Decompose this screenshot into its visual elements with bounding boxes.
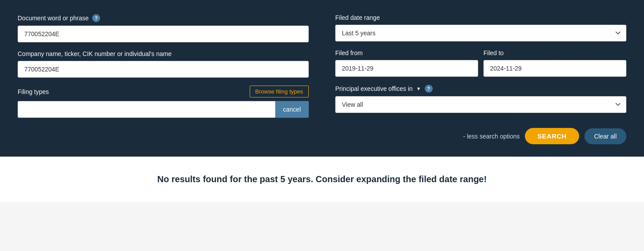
principal-label-text: Principal executive offices in <box>335 85 413 92</box>
date-fields-group: Filed from Filed to <box>335 49 626 77</box>
filed-from-group: Filed from <box>335 49 478 77</box>
filed-from-input[interactable] <box>335 60 478 77</box>
company-field-group: Company name, ticker, CIK number or indi… <box>18 50 309 78</box>
left-column: Document word or phrase ? Company name, … <box>18 14 309 144</box>
document-help-icon[interactable]: ? <box>92 14 100 22</box>
search-button-label: SEARCH <box>537 132 566 140</box>
clear-all-button[interactable]: Clear all <box>584 128 626 144</box>
less-options-label: - less search options <box>463 133 520 140</box>
form-grid: Document word or phrase ? Company name, … <box>18 14 626 144</box>
filing-types-label: Filing types <box>18 88 49 95</box>
filing-types-label-text: Filing types <box>18 88 49 95</box>
filing-types-field-group: Filing types Browse filing types cancel <box>18 86 309 118</box>
document-label-text: Document word or phrase <box>18 15 89 22</box>
cancel-label: cancel <box>283 106 301 113</box>
search-button[interactable]: SEARCH <box>525 128 579 144</box>
filing-types-input[interactable] <box>18 101 275 118</box>
filed-to-label-text: Filed to <box>483 49 504 56</box>
principal-label-row: Principal executive offices in ▼ ? <box>335 85 626 93</box>
filed-to-input[interactable] <box>483 60 626 77</box>
less-search-options-link[interactable]: - less search options <box>463 133 520 140</box>
document-input[interactable] <box>18 26 309 42</box>
date-fields-row: Filed from Filed to <box>335 49 626 77</box>
filed-to-group: Filed to <box>483 49 626 77</box>
no-results-message: No results found for the past 5 years. C… <box>157 174 487 184</box>
cancel-button[interactable]: cancel <box>275 101 309 118</box>
date-range-field-group: Filed date range Last 5 years Last year … <box>335 14 626 41</box>
principal-offices-group: Principal executive offices in ▼ ? View … <box>335 85 626 113</box>
company-label: Company name, ticker, CIK number or indi… <box>18 50 309 57</box>
company-label-text: Company name, ticker, CIK number or indi… <box>18 50 172 57</box>
browse-button-label: Browse filing types <box>255 88 303 95</box>
document-field-group: Document word or phrase ? <box>18 14 309 42</box>
document-label: Document word or phrase ? <box>18 14 309 22</box>
filing-types-header-row: Filing types Browse filing types <box>18 86 309 97</box>
principal-dropdown-arrow: ▼ <box>416 86 421 91</box>
filing-input-row: cancel <box>18 101 309 118</box>
search-panel: Document word or phrase ? Company name, … <box>0 0 644 157</box>
company-input[interactable] <box>18 61 309 78</box>
principal-offices-select[interactable]: View all <box>335 96 626 113</box>
results-area: No results found for the past 5 years. C… <box>0 157 644 202</box>
right-column: Filed date range Last 5 years Last year … <box>335 14 626 144</box>
filed-from-label: Filed from <box>335 49 478 56</box>
actions-row: - less search options SEARCH Clear all <box>335 128 626 144</box>
filed-date-range-label: Filed date range <box>335 14 626 21</box>
date-range-select[interactable]: Last 5 years Last year Last 3 years Cust… <box>335 25 626 41</box>
filed-to-label: Filed to <box>483 49 626 56</box>
clear-all-label: Clear all <box>594 133 617 140</box>
browse-filing-types-button[interactable]: Browse filing types <box>250 86 309 97</box>
filed-from-label-text: Filed from <box>335 49 363 56</box>
principal-help-icon[interactable]: ? <box>425 85 433 93</box>
filed-date-range-label-text: Filed date range <box>335 14 380 21</box>
